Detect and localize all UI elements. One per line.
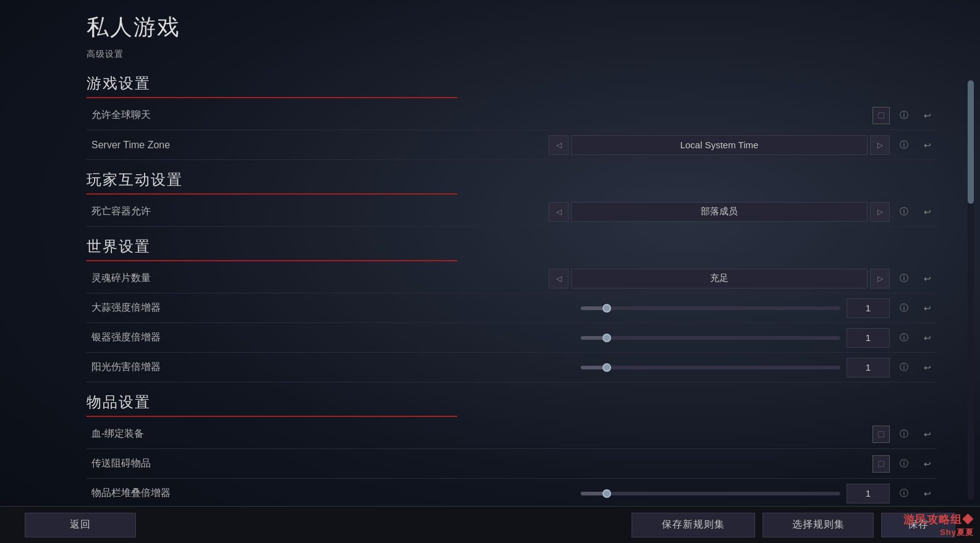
row-death-container: 死亡容器允许 ◁ 部落成员 ▷ ⓘ ↩ bbox=[87, 197, 937, 227]
label-garlic-multiplier: 大蒜强度倍增器 bbox=[87, 301, 383, 314]
row-garlic-multiplier: 大蒜强度倍增器 1 ⓘ ↩ bbox=[87, 293, 937, 323]
row-silver-multiplier: 银器强度倍增器 1 ⓘ ↩ bbox=[87, 323, 937, 353]
control-teleport-items: □ ⓘ ↩ bbox=[383, 455, 937, 473]
value-server-time-zone: Local System Time bbox=[571, 135, 868, 155]
label-death-container: 死亡容器允许 bbox=[87, 205, 383, 218]
main-container: 私人游戏 高级设置 游戏设置 允许全球聊天 □ ⓘ ↩ Server Time … bbox=[0, 0, 980, 543]
save-ruleset-button[interactable]: 保存新规则集 bbox=[632, 513, 755, 537]
page-title: 私人游戏 bbox=[87, 12, 955, 43]
label-silver-multiplier: 银器强度倍增器 bbox=[87, 331, 383, 344]
reset-death-container[interactable]: ↩ bbox=[918, 203, 937, 221]
reset-garlic-multiplier[interactable]: ↩ bbox=[918, 299, 937, 318]
watermark: 游民攻略组◆ Shy夏夏 bbox=[903, 512, 974, 538]
info-server-time-zone[interactable]: ⓘ bbox=[895, 136, 913, 154]
prev-soul-fragments[interactable]: ◁ bbox=[549, 269, 568, 288]
choose-ruleset-button[interactable]: 选择规则集 bbox=[762, 513, 874, 537]
prev-server-time-zone[interactable]: ◁ bbox=[549, 135, 568, 155]
control-death-container: ◁ 部落成员 ▷ ⓘ ↩ bbox=[383, 202, 937, 222]
info-global-chat[interactable]: ⓘ bbox=[895, 106, 913, 125]
slider-value-stack[interactable]: 1 bbox=[847, 484, 890, 503]
row-stack-multiplier: 物品栏堆叠倍增器 1 ⓘ ↩ bbox=[87, 479, 937, 506]
control-stack-multiplier: 1 ⓘ ↩ bbox=[383, 484, 937, 503]
slider-area-stack: 1 bbox=[383, 484, 890, 503]
slider-thumb-stack bbox=[602, 489, 611, 498]
row-server-time-zone: Server Time Zone ◁ Local System Time ▷ ⓘ… bbox=[87, 130, 937, 160]
value-soul-fragments: 充足 bbox=[571, 269, 868, 288]
footer: 返回 保存新规则集 选择规则集 保存 bbox=[0, 506, 980, 543]
slider-track-silver[interactable] bbox=[581, 336, 840, 340]
reset-stack-multiplier[interactable]: ↩ bbox=[918, 484, 937, 503]
slider-value-sunlight[interactable]: 1 bbox=[847, 358, 890, 377]
label-teleport-items: 传送阻碍物品 bbox=[87, 457, 383, 470]
control-blood-bound: □ ⓘ ↩ bbox=[383, 425, 937, 444]
info-blood-bound[interactable]: ⓘ bbox=[895, 425, 913, 444]
next-soul-fragments[interactable]: ▷ bbox=[870, 269, 890, 288]
prev-death-container[interactable]: ◁ bbox=[549, 202, 568, 222]
control-silver-multiplier: 1 ⓘ ↩ bbox=[383, 328, 937, 348]
section-title-player: 玩家互动设置 bbox=[87, 170, 457, 195]
slider-thumb-garlic bbox=[602, 304, 611, 313]
row-sunlight-multiplier: 阳光伤害倍增器 1 ⓘ ↩ bbox=[87, 353, 937, 382]
reset-server-time-zone[interactable]: ↩ bbox=[918, 136, 937, 154]
row-soul-fragments: 灵魂碎片数量 ◁ 充足 ▷ ⓘ ↩ bbox=[87, 264, 937, 293]
watermark-line1: 游民攻略组◆ bbox=[903, 512, 974, 527]
section-item-settings: 物品设置 bbox=[87, 392, 937, 417]
control-soul-fragments: ◁ 充足 ▷ ⓘ ↩ bbox=[383, 269, 937, 288]
slider-thumb-silver bbox=[602, 334, 611, 342]
checkbox-blood-bound[interactable]: □ bbox=[872, 426, 890, 443]
info-silver-multiplier[interactable]: ⓘ bbox=[895, 329, 913, 347]
section-title-world: 世界设置 bbox=[87, 237, 457, 261]
info-teleport-items[interactable]: ⓘ bbox=[895, 455, 913, 473]
reset-sunlight-multiplier[interactable]: ↩ bbox=[918, 358, 937, 377]
section-title-game: 游戏设置 bbox=[87, 74, 457, 98]
next-server-time-zone[interactable]: ▷ bbox=[870, 135, 890, 155]
selector-death-container: ◁ 部落成员 ▷ bbox=[549, 202, 890, 222]
label-blood-bound: 血-绑定装备 bbox=[87, 427, 383, 440]
slider-area-sunlight: 1 bbox=[383, 358, 890, 377]
reset-teleport-items[interactable]: ↩ bbox=[918, 455, 937, 473]
row-teleport-items: 传送阻碍物品 □ ⓘ ↩ bbox=[87, 449, 937, 479]
settings-scroll[interactable]: 游戏设置 允许全球聊天 □ ⓘ ↩ Server Time Zone ◁ Loc… bbox=[87, 67, 955, 506]
scrollbar-thumb[interactable] bbox=[968, 80, 974, 204]
label-sunlight-multiplier: 阳光伤害倍增器 bbox=[87, 361, 383, 374]
value-death-container: 部落成员 bbox=[571, 202, 868, 222]
label-soul-fragments: 灵魂碎片数量 bbox=[87, 272, 383, 285]
watermark-line2: Shy夏夏 bbox=[903, 527, 974, 538]
checkbox-global-chat[interactable]: □ bbox=[872, 107, 890, 124]
scrollbar-track bbox=[968, 80, 974, 500]
reset-global-chat[interactable]: ↩ bbox=[918, 106, 937, 125]
label-server-time-zone: Server Time Zone bbox=[87, 140, 383, 151]
label-global-chat: 允许全球聊天 bbox=[87, 109, 383, 122]
reset-blood-bound[interactable]: ↩ bbox=[918, 425, 937, 444]
section-title-item: 物品设置 bbox=[87, 392, 457, 417]
slider-track-garlic[interactable] bbox=[581, 306, 840, 310]
slider-thumb-sunlight bbox=[602, 363, 611, 372]
next-death-container[interactable]: ▷ bbox=[870, 202, 890, 222]
slider-value-garlic[interactable]: 1 bbox=[847, 298, 890, 318]
content-area: 私人游戏 高级设置 游戏设置 允许全球聊天 □ ⓘ ↩ Server Time … bbox=[0, 0, 980, 506]
row-global-chat: 允许全球聊天 □ ⓘ ↩ bbox=[87, 101, 937, 130]
control-sunlight-multiplier: 1 ⓘ ↩ bbox=[383, 358, 937, 377]
info-sunlight-multiplier[interactable]: ⓘ bbox=[895, 358, 913, 377]
slider-area-garlic: 1 bbox=[383, 298, 890, 318]
slider-value-silver[interactable]: 1 bbox=[847, 328, 890, 348]
control-global-chat: □ ⓘ ↩ bbox=[383, 106, 937, 125]
info-death-container[interactable]: ⓘ bbox=[895, 203, 913, 221]
back-button[interactable]: 返回 bbox=[25, 513, 136, 537]
section-game-settings: 游戏设置 bbox=[87, 74, 937, 98]
section-world-settings: 世界设置 bbox=[87, 237, 937, 261]
checkbox-teleport-items[interactable]: □ bbox=[872, 455, 890, 473]
slider-track-stack[interactable] bbox=[581, 492, 840, 495]
info-soul-fragments[interactable]: ⓘ bbox=[895, 269, 913, 288]
label-stack-multiplier: 物品栏堆叠倍增器 bbox=[87, 487, 383, 500]
info-garlic-multiplier[interactable]: ⓘ bbox=[895, 299, 913, 318]
selector-server-time-zone: ◁ Local System Time ▷ bbox=[549, 135, 890, 155]
slider-area-silver: 1 bbox=[383, 328, 890, 348]
section-player-interaction: 玩家互动设置 bbox=[87, 170, 937, 195]
info-stack-multiplier[interactable]: ⓘ bbox=[895, 484, 913, 503]
reset-soul-fragments[interactable]: ↩ bbox=[918, 269, 937, 288]
control-garlic-multiplier: 1 ⓘ ↩ bbox=[383, 298, 937, 318]
advanced-label: 高级设置 bbox=[87, 49, 955, 60]
slider-track-sunlight[interactable] bbox=[581, 366, 840, 369]
reset-silver-multiplier[interactable]: ↩ bbox=[918, 329, 937, 347]
